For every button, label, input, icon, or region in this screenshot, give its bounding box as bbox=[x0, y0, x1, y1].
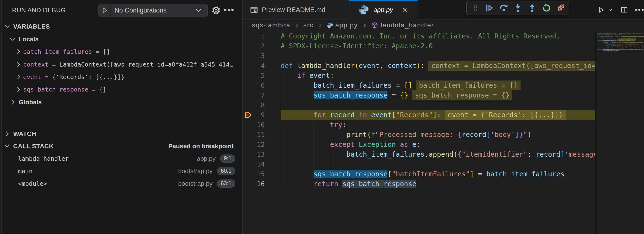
chevron-right-icon[interactable] bbox=[16, 74, 22, 80]
activitybar-divider bbox=[2, 0, 2, 234]
debug-step-out-button[interactable] bbox=[528, 3, 537, 12]
line-number[interactable]: 15 bbox=[243, 169, 265, 179]
tab-app-py[interactable]: app.py bbox=[350, 0, 418, 20]
inline-debug-value: context = LambdaContext([aws_request_id=… bbox=[428, 61, 595, 71]
line-number[interactable]: 4 bbox=[243, 61, 265, 71]
line-number[interactable]: 2 bbox=[243, 41, 265, 51]
run-and-debug-sidebar: RUN AND DEBUG No Configurations VARIABLE… bbox=[0, 0, 242, 234]
chevron-down-icon[interactable] bbox=[10, 36, 16, 42]
frame-position-badge: 9:1 bbox=[220, 154, 235, 163]
code-line-text: batch_item_failures.append({"itemIdentif… bbox=[280, 149, 595, 159]
breakpoint-paused-icon[interactable] bbox=[244, 111, 253, 119]
line-number[interactable]: 10 bbox=[243, 120, 265, 130]
drag-handle[interactable] bbox=[471, 3, 480, 12]
sidebar-more-button[interactable] bbox=[224, 9, 236, 11]
call-stack-frame[interactable]: <module>bootstrap.py63:1 bbox=[0, 177, 242, 190]
variable-row[interactable]: event = {'Records': [{...}]} bbox=[23, 73, 124, 80]
call-stack-frame[interactable]: lambda_handlerapp.py9:1 bbox=[0, 152, 242, 165]
minimap[interactable]: # Copyright Amazon.com, Inc. or its affi… bbox=[595, 31, 644, 234]
line-number[interactable]: 12 bbox=[243, 140, 265, 149]
line-number[interactable]: 1 bbox=[243, 31, 265, 41]
line-number[interactable]: 14 bbox=[243, 159, 265, 169]
code-line-15: sqs_batch_response["batchItemFailures"] … bbox=[280, 169, 595, 179]
call-stack-frame[interactable]: mainbootstrap.py60:1 bbox=[0, 165, 242, 177]
debug-config-label: No Configurations bbox=[114, 7, 196, 14]
breadcrumb-item-app-py[interactable]: app.py bbox=[326, 22, 358, 29]
code-line-text: sqs_batch_response = {}sqs_batch_respons… bbox=[280, 90, 512, 100]
chevron-right-icon[interactable] bbox=[16, 61, 22, 68]
minimap-line-text: sqs_batch_response = {} sqs_batch_respon… bbox=[597, 40, 634, 41]
variable-row[interactable]: batch_item_failures = [] bbox=[23, 48, 110, 55]
start-debug-button[interactable] bbox=[99, 4, 110, 17]
line-number[interactable]: 8 bbox=[243, 100, 265, 110]
chevron-right-icon[interactable] bbox=[16, 86, 22, 93]
debug-step-over-button[interactable] bbox=[499, 3, 508, 12]
line-number[interactable]: 13 bbox=[243, 149, 265, 159]
line-number[interactable]: 16 bbox=[243, 179, 265, 189]
code-line-11: print(f"Processed message: {record['body… bbox=[280, 130, 595, 140]
minimap-line-text: batch_item_failures.append({"itemIdentif… bbox=[597, 47, 644, 48]
chevron-right-icon[interactable] bbox=[16, 49, 22, 55]
line-number[interactable]: 7 bbox=[243, 90, 265, 100]
variable-name: context bbox=[23, 61, 48, 68]
code-line-2: # SPDX-License-Identifier: Apache-2.0 bbox=[280, 41, 595, 51]
breadcrumb: sqs-lambdasrc app.pylambda_handler bbox=[243, 20, 644, 31]
tab-separator bbox=[417, 0, 418, 20]
indent-guide bbox=[297, 100, 297, 110]
debug-continue-button[interactable] bbox=[485, 3, 494, 12]
variable-row[interactable]: sqs_batch_response = {} bbox=[23, 86, 106, 93]
editor-more-button[interactable] bbox=[635, 9, 644, 11]
frame-file: app.py bbox=[197, 155, 216, 162]
active-tab-indicator bbox=[350, 0, 418, 1]
debug-step-into-button[interactable] bbox=[513, 3, 522, 12]
debug-config-dropdown[interactable]: No Configurations bbox=[98, 3, 208, 17]
line-number[interactable]: 6 bbox=[243, 81, 265, 90]
indent-guide bbox=[314, 159, 314, 169]
code-line-7: sqs_batch_response = {}sqs_batch_respons… bbox=[280, 90, 595, 100]
breadcrumb-item-lambda-handler[interactable]: lambda_handler bbox=[371, 22, 434, 29]
code-line-text: if event: bbox=[280, 71, 334, 81]
code-line-text: batch_item_failures = []batch_item_failu… bbox=[280, 81, 520, 90]
tab-preview-readme-md[interactable]: Preview README.md bbox=[243, 0, 350, 20]
breadcrumb-label: sqs-lambda bbox=[252, 22, 290, 29]
code-line-8 bbox=[280, 100, 595, 110]
line-number[interactable]: 5 bbox=[243, 71, 265, 81]
debug-restart-button[interactable] bbox=[542, 3, 551, 12]
chevron-right-icon[interactable] bbox=[10, 99, 16, 105]
minimap-line: return sqs_batch_response bbox=[597, 50, 644, 51]
code-line-6: batch_item_failures = []batch_item_failu… bbox=[280, 81, 595, 90]
watch-section-header[interactable]: WATCH bbox=[0, 128, 242, 140]
breadcrumb-label: src bbox=[304, 22, 314, 29]
call-stack-section-header[interactable]: CALL STACK Paused on breakpoint bbox=[0, 140, 242, 152]
paused-status-badge: Paused on breakpoint bbox=[168, 142, 234, 150]
scope-label[interactable]: Globals bbox=[19, 98, 42, 106]
debug-disconnect-button[interactable] bbox=[556, 3, 565, 12]
code-editor[interactable]: 12345678910111213141516 # Copyright Amaz… bbox=[243, 31, 644, 234]
preview-icon bbox=[250, 6, 258, 14]
breadcrumb-item-src[interactable]: src bbox=[304, 22, 314, 29]
gear-icon[interactable] bbox=[212, 6, 220, 15]
split-editor-button[interactable] bbox=[621, 6, 628, 13]
code-line-text: # SPDX-License-Identifier: Apache-2.0 bbox=[280, 41, 433, 51]
variable-value: {} bbox=[99, 86, 106, 93]
inline-debug-value: batch_item_failures = [] bbox=[416, 81, 520, 90]
breadcrumb-label: lambda_handler bbox=[381, 22, 434, 29]
line-number[interactable]: 3 bbox=[243, 51, 265, 61]
variables-section-header[interactable]: VARIABLES bbox=[0, 20, 242, 32]
scope-label[interactable]: Locals bbox=[19, 36, 38, 43]
breadcrumb-item-sqs-lambda[interactable]: sqs-lambda bbox=[252, 22, 290, 29]
code-line-text: except Exception as e: bbox=[280, 140, 420, 149]
code-line-1: # Copyright Amazon.com, Inc. or its affi… bbox=[280, 31, 595, 41]
code-line-5: if event: bbox=[280, 71, 595, 81]
variable-row[interactable]: context = LambdaContext([aws_request_id=… bbox=[23, 61, 233, 68]
breadcrumb-separator-icon bbox=[294, 23, 300, 28]
code-line-10: try: bbox=[280, 120, 595, 130]
close-icon[interactable] bbox=[401, 6, 408, 13]
editor-tabbar: Preview README.md app.py bbox=[243, 0, 644, 20]
code-line-16: return sqs_batch_response bbox=[280, 179, 595, 189]
run-button[interactable] bbox=[597, 6, 604, 13]
variable-name: sqs_batch_response bbox=[23, 86, 88, 93]
run-dropdown-chevron-icon[interactable] bbox=[608, 7, 613, 12]
line-number[interactable]: 11 bbox=[243, 130, 265, 140]
namespace-cube-icon bbox=[371, 22, 378, 29]
